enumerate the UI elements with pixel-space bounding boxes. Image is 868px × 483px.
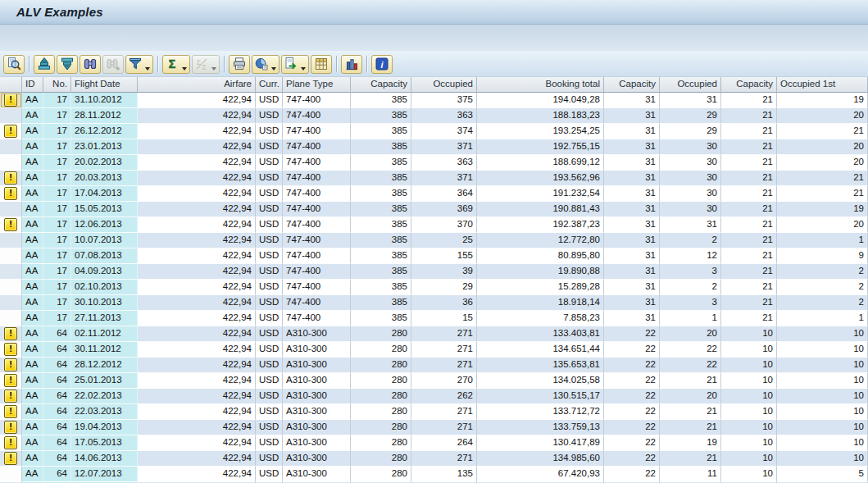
- cell[interactable]: A310-300: [283, 342, 351, 358]
- cell[interactable]: 31: [660, 217, 721, 233]
- warning-exclamation-icon[interactable]: !: [4, 327, 17, 340]
- row-selection-cell[interactable]: !: [0, 358, 22, 373]
- cell[interactable]: 23.01.2013: [71, 139, 138, 155]
- cell[interactable]: 10: [721, 358, 777, 373]
- cell[interactable]: 17: [43, 280, 71, 295]
- cell[interactable]: 17: [43, 233, 71, 248]
- cell[interactable]: 747-400: [283, 171, 351, 186]
- warning-exclamation-icon[interactable]: !: [4, 405, 17, 418]
- cell[interactable]: 422,94: [138, 373, 256, 389]
- choose-layout-button[interactable]: [311, 55, 332, 74]
- cell[interactable]: AA: [22, 326, 43, 342]
- cell[interactable]: 280: [351, 326, 411, 342]
- cell[interactable]: 02.11.2012: [71, 326, 138, 342]
- cell[interactable]: 31: [604, 171, 660, 186]
- cell[interactable]: 25: [411, 233, 477, 248]
- column-header-occupied-8[interactable]: Occupied: [411, 77, 477, 93]
- cell[interactable]: 371: [411, 139, 477, 155]
- cell[interactable]: USD: [256, 404, 283, 420]
- cell[interactable]: 10: [721, 342, 777, 358]
- cell[interactable]: 1: [660, 311, 721, 326]
- cell[interactable]: 375: [411, 93, 477, 108]
- cell[interactable]: 31: [604, 155, 660, 171]
- cell[interactable]: 21: [721, 202, 777, 217]
- cell[interactable]: USD: [256, 311, 283, 326]
- sort-ascending-button[interactable]: [34, 55, 55, 74]
- cell[interactable]: 22: [604, 342, 660, 358]
- cell[interactable]: 10.07.2013: [71, 233, 138, 248]
- cell[interactable]: 30: [660, 202, 721, 217]
- cell[interactable]: 21: [721, 233, 777, 248]
- cell[interactable]: 422,94: [138, 420, 256, 435]
- cell[interactable]: 28.11.2012: [71, 108, 138, 124]
- cell[interactable]: 10: [777, 435, 868, 451]
- cell[interactable]: A310-300: [283, 373, 351, 389]
- cell[interactable]: 10: [777, 404, 868, 420]
- cell[interactable]: 422,94: [138, 451, 256, 467]
- cell[interactable]: 364: [411, 186, 477, 202]
- cell[interactable]: USD: [256, 467, 283, 482]
- cell[interactable]: 422,94: [138, 467, 256, 482]
- row-selection-cell[interactable]: [0, 202, 22, 217]
- cell[interactable]: 385: [351, 108, 411, 124]
- cell[interactable]: 422,94: [138, 326, 256, 342]
- cell[interactable]: 12: [660, 248, 721, 264]
- cell[interactable]: AA: [22, 217, 43, 233]
- cell[interactable]: 17: [43, 202, 71, 217]
- cell[interactable]: 21: [721, 295, 777, 311]
- cell[interactable]: 130.515,17: [477, 389, 604, 404]
- cell[interactable]: A310-300: [283, 420, 351, 435]
- cell[interactable]: 21: [660, 451, 721, 467]
- cell[interactable]: 64: [43, 373, 71, 389]
- cell[interactable]: 134.025,58: [477, 373, 604, 389]
- cell[interactable]: USD: [256, 326, 283, 342]
- cell[interactable]: 270: [411, 373, 477, 389]
- column-header-plane-type-6[interactable]: Plane Type: [283, 77, 351, 93]
- warning-exclamation-icon[interactable]: !: [4, 93, 17, 107]
- cell[interactable]: 29: [660, 124, 721, 139]
- column-header-occupied-1st-13[interactable]: Occupied 1st: [777, 77, 868, 93]
- dropdown-arrow-icon[interactable]: [271, 67, 276, 71]
- cell[interactable]: AA: [22, 233, 43, 248]
- cell[interactable]: 385: [351, 124, 411, 139]
- sort-descending-button[interactable]: [57, 55, 78, 74]
- cell[interactable]: 28.12.2012: [71, 358, 138, 373]
- cell[interactable]: 10: [777, 326, 868, 342]
- cell[interactable]: 10: [721, 451, 777, 467]
- cell[interactable]: 04.09.2013: [71, 264, 138, 280]
- cell[interactable]: 17: [43, 248, 71, 264]
- info-button[interactable]: i: [371, 55, 393, 74]
- cell[interactable]: 135.653,81: [477, 358, 604, 373]
- cell[interactable]: A310-300: [283, 404, 351, 420]
- cell[interactable]: A310-300: [283, 358, 351, 373]
- cell[interactable]: AA: [22, 435, 43, 451]
- cell[interactable]: A310-300: [283, 326, 351, 342]
- cell[interactable]: 422,94: [138, 186, 256, 202]
- cell[interactable]: 385: [351, 186, 411, 202]
- cell[interactable]: 188.183,23: [477, 108, 604, 124]
- cell[interactable]: USD: [256, 108, 283, 124]
- cell[interactable]: 280: [351, 358, 411, 373]
- cell[interactable]: 7.858,23: [477, 311, 604, 326]
- dropdown-arrow-icon[interactable]: [301, 67, 306, 71]
- cell[interactable]: USD: [256, 248, 283, 264]
- cell[interactable]: 10: [721, 389, 777, 404]
- cell[interactable]: 747-400: [283, 108, 351, 124]
- cell[interactable]: 280: [351, 373, 411, 389]
- cell[interactable]: 22: [604, 451, 660, 467]
- details-button[interactable]: [3, 55, 25, 74]
- cell[interactable]: 39: [411, 264, 477, 280]
- cell[interactable]: 385: [351, 155, 411, 171]
- cell[interactable]: 64: [43, 389, 71, 404]
- cell[interactable]: A310-300: [283, 451, 351, 467]
- cell[interactable]: USD: [256, 186, 283, 202]
- cell[interactable]: 29: [660, 108, 721, 124]
- cell[interactable]: 31.10.2012: [71, 93, 138, 108]
- row-selection-cell[interactable]: !: [0, 435, 22, 451]
- cell[interactable]: 31: [604, 108, 660, 124]
- cell[interactable]: 385: [351, 280, 411, 295]
- cell[interactable]: USD: [256, 373, 283, 389]
- cell[interactable]: 10: [721, 373, 777, 389]
- cell[interactable]: 31: [604, 186, 660, 202]
- cell[interactable]: 22: [604, 467, 660, 482]
